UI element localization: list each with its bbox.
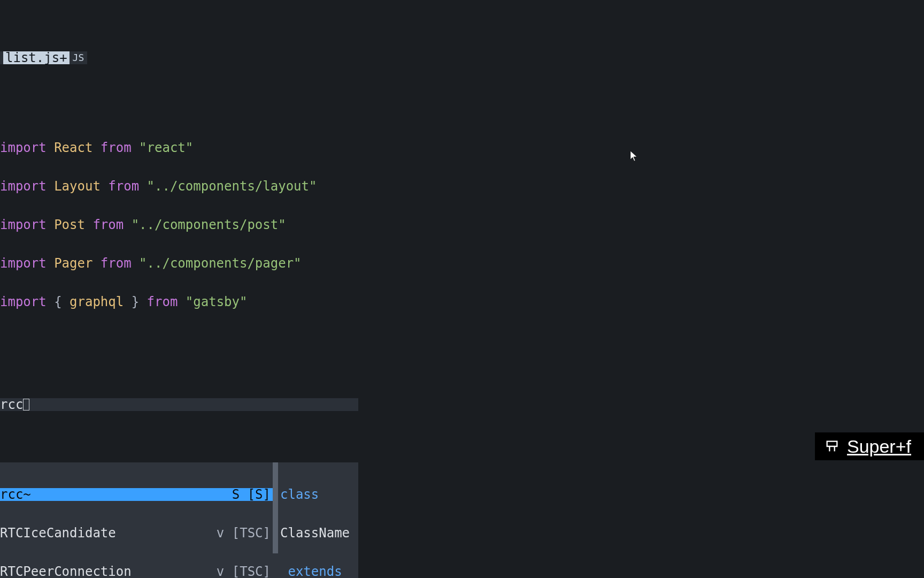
completion-item[interactable]: RTCIceCandidate v [TSC] xyxy=(0,527,278,539)
super-key-icon xyxy=(825,439,840,454)
completion-scrollbar[interactable] xyxy=(273,462,278,578)
import-line: import React from "react" xyxy=(0,141,924,154)
import-line: import Layout from "../components/layout… xyxy=(0,180,924,193)
tab-filename: list.js+ xyxy=(3,51,70,64)
completion-popup[interactable]: rcc~ S [S] RTCIceCandidate v [TSC] RTCPe… xyxy=(0,462,358,578)
import-line: import Post from "../components/post" xyxy=(0,218,924,231)
current-line[interactable]: rcc xyxy=(0,398,358,411)
blank-line xyxy=(0,334,924,347)
completion-item[interactable]: rcc~ S [S] xyxy=(0,488,278,501)
mouse-pointer-icon xyxy=(630,151,637,162)
completion-scroll-thumb[interactable] xyxy=(273,462,278,553)
completion-item[interactable]: RTCPeerConnection v [TSC] xyxy=(0,565,278,578)
import-line: import { graphql } from "gatsby" xyxy=(0,295,924,308)
keypress-overlay: Super+f xyxy=(815,432,924,460)
completion-list[interactable]: rcc~ S [S] RTCIceCandidate v [TSC] RTCPe… xyxy=(0,462,278,578)
js-filetype-icon: JS xyxy=(73,51,84,64)
tab-active[interactable]: list.js+ JS xyxy=(0,51,87,64)
keypress-label: Super+f xyxy=(847,440,911,453)
editor-root: list.js+ JS import React from "react" im… xyxy=(0,0,924,578)
typed-text: rcc xyxy=(0,398,23,411)
tab-bar: list.js+ JS xyxy=(0,51,924,64)
code-area[interactable]: import React from "react" import Layout … xyxy=(0,116,924,578)
import-line: import Pager from "../components/pager" xyxy=(0,257,924,270)
text-cursor xyxy=(23,399,29,410)
